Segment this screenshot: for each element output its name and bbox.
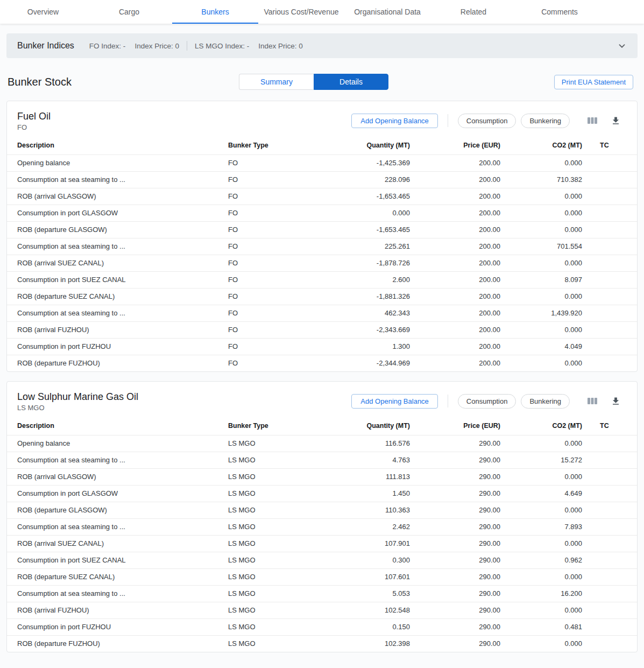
header-description: Description [7,137,228,154]
cell-price: 290.00 [410,435,500,452]
cell-bunker-type: LS MGO [228,618,330,635]
cell-bunker-type: FO [228,338,330,355]
cell-co2: 0.000 [500,602,582,618]
bunkering-button[interactable]: Bunkering [521,114,570,128]
cell-quantity: 0.000 [330,205,410,221]
bunker-indices-title: Bunker Indices [17,41,74,51]
fo-index-label: FO Index: - [89,42,126,50]
cell-price: 290.00 [410,602,500,618]
cell-price: 200.00 [410,321,500,338]
cell-bunker-type: FO [228,305,330,321]
cell-tc [582,552,637,568]
cell-description: Opening balance [7,435,228,452]
cell-price: 290.00 [410,552,500,568]
divider [448,114,448,127]
card-header: Fuel Oil FO Add Opening Balance Consumpt… [7,101,637,137]
cell-price: 290.00 [410,535,500,552]
cell-quantity: 107.601 [330,568,410,585]
cell-quantity: -1,878.726 [330,255,410,271]
table-body: Opening balanceFO-1,425.369200.000.000Co… [7,154,637,371]
cell-description: ROB (departure FUZHOU) [7,635,228,652]
cell-co2: 710.382 [500,171,582,188]
consumption-button[interactable]: Consumption [458,114,516,128]
table-row: Consumption at sea steaming to ...FO228.… [7,171,637,188]
cell-co2: 0.000 [500,255,582,271]
table-header-row: Description Bunker Type Quantity (MT) Pr… [7,417,637,435]
print-eua-statement-button[interactable]: Print EUA Statement [554,75,633,89]
cell-description: Consumption in port GLASGOW [7,485,228,502]
cell-co2: 0.000 [500,154,582,171]
cell-quantity: 5.053 [330,585,410,602]
details-toggle-button[interactable]: Details [314,74,388,90]
cell-tc [582,255,637,271]
download-icon[interactable] [611,396,621,406]
tab-related[interactable]: Related [430,0,516,24]
view-columns-icon[interactable] [587,396,598,406]
tab-cargo[interactable]: Cargo [86,0,172,24]
cell-quantity: 102.548 [330,602,410,618]
tab-overview[interactable]: Overview [0,0,86,24]
cell-co2: 0.000 [500,321,582,338]
table-row: Consumption in port SUEZ CANALLS MGO0.30… [7,552,637,568]
tab-various-cost-revenue[interactable]: Various Cost/Revenue [258,0,344,24]
add-opening-balance-button[interactable]: Add Opening Balance [351,114,437,128]
cell-bunker-type: FO [228,255,330,271]
header-price: Price (EUR) [410,417,500,435]
tab-bunkers[interactable]: Bunkers [172,0,258,24]
header-quantity: Quantity (MT) [330,417,410,435]
cell-tc [582,171,637,188]
add-opening-balance-button[interactable]: Add Opening Balance [351,394,437,409]
chevron-down-icon[interactable] [614,38,630,54]
cell-quantity: 0.150 [330,618,410,635]
header-co2: CO2 (MT) [500,137,582,154]
divider [187,41,187,51]
summary-toggle-button[interactable]: Summary [239,74,314,90]
cell-co2: 701.554 [500,238,582,255]
cell-bunker-type: LS MGO [228,535,330,552]
cell-description: Consumption at sea steaming to ... [7,171,228,188]
cell-price: 200.00 [410,154,500,171]
cell-tc [582,338,637,355]
cell-co2: 0.000 [500,468,582,485]
cell-description: ROB (arrival GLASGOW) [7,188,228,205]
cell-bunker-type: FO [228,238,330,255]
cell-co2: 0.000 [500,535,582,552]
cell-price: 200.00 [410,305,500,321]
cell-price: 200.00 [410,171,500,188]
header-bunker-type: Bunker Type [228,137,330,154]
cell-price: 290.00 [410,635,500,652]
cell-co2: 0.962 [500,552,582,568]
table-row: Consumption in port SUEZ CANALFO2.600200… [7,271,637,288]
consumption-button[interactable]: Consumption [458,394,516,409]
cell-price: 200.00 [410,288,500,305]
cell-co2: 4.649 [500,485,582,502]
ls-mgo-index-label: LS MGO Index: - [195,42,249,50]
cell-quantity: 1.450 [330,485,410,502]
cell-description: ROB (arrival FUZHOU) [7,602,228,618]
tab-comments[interactable]: Comments [516,0,603,24]
cell-description: ROB (arrival GLASGOW) [7,468,228,485]
bunkering-button[interactable]: Bunkering [521,394,570,409]
card-actions: Add Opening Balance Consumption Bunkerin… [351,394,621,409]
cell-co2: 1,439.920 [500,305,582,321]
cell-co2: 8.097 [500,271,582,288]
cell-tc [582,321,637,338]
cell-bunker-type: FO [228,221,330,238]
table-row: Consumption at sea steaming to ...LS MGO… [7,585,637,602]
cell-tc [582,188,637,205]
cell-price: 200.00 [410,188,500,205]
cell-price: 200.00 [410,221,500,238]
cell-description: Consumption in port SUEZ CANAL [7,552,228,568]
cell-quantity: 110.363 [330,502,410,518]
view-columns-icon[interactable] [587,116,598,125]
download-icon[interactable] [611,116,621,126]
cell-quantity: 2.462 [330,518,410,535]
cell-quantity: 4.763 [330,452,410,468]
cell-tc [582,205,637,221]
cell-co2: 0.000 [500,288,582,305]
cell-description: Consumption at sea steaming to ... [7,452,228,468]
table-row: ROB (arrival SUEZ CANAL)LS MGO107.901290… [7,535,637,552]
top-tab-bar: Overview Cargo Bunkers Various Cost/Reve… [0,0,644,24]
ls-mgo-index-price-label: Index Price: 0 [258,42,303,50]
tab-organisational-data[interactable]: Organisational Data [344,0,430,24]
